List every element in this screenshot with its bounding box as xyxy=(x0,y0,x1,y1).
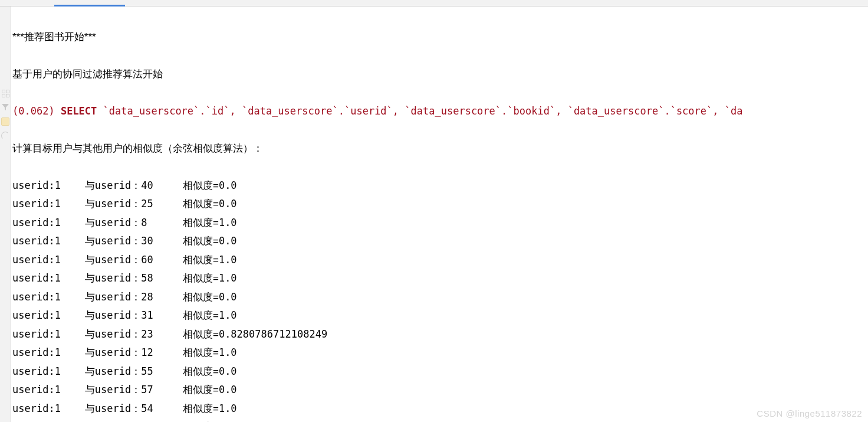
similarity-row: userid:1 与userid：52 相似度=0.0 xyxy=(12,418,867,422)
row-sim-label: 相似度= xyxy=(183,180,219,191)
row-other-userid: 54 xyxy=(141,400,165,418)
row-other-userid: 55 xyxy=(141,362,165,381)
row-uid-join: userid:1 与userid： xyxy=(12,325,141,344)
row-sim-value: 1.0 xyxy=(219,403,237,414)
row-sim-value: 0.0 xyxy=(219,179,237,191)
similarity-row: userid:1 与userid：8 相似度=1.0 xyxy=(12,214,867,233)
row-sim-value: 1.0 xyxy=(219,309,237,321)
row-uid-join: userid:1 与userid： xyxy=(12,362,141,381)
row-sim-label: 相似度= xyxy=(183,235,219,247)
row-other-userid: 28 xyxy=(141,288,165,307)
row-uid-join: userid:1 与userid： xyxy=(12,344,141,362)
row-uid-join: userid:1 与userid： xyxy=(12,418,141,422)
calc-title-line: 计算目标用户与其他用户的相似度（余弦相似度算法）： xyxy=(12,143,263,154)
similarity-row: userid:1 与userid：12 相似度=1.0 xyxy=(12,344,867,362)
row-other-userid: 60 xyxy=(141,251,165,270)
top-toolbar xyxy=(0,0,868,6)
banner-line: ***推荐图书开始*** xyxy=(12,31,96,42)
row-other-userid: 57 xyxy=(141,381,165,400)
row-sim-value: 1.0 xyxy=(219,346,237,358)
sql-columns: `data_userscore`.`id`, `data_userscore`.… xyxy=(97,105,742,117)
console-output[interactable]: ***推荐图书开始*** 基于用户的协同过滤推荐算法开始 (0.062) SEL… xyxy=(11,6,868,422)
row-sim-value: 0.0 xyxy=(219,198,237,210)
similarity-row: userid:1 与userid：31 相似度=1.0 xyxy=(12,306,867,325)
row-sim-value: 1.0 xyxy=(219,272,237,284)
row-uid-join: userid:1 与userid： xyxy=(12,381,141,400)
similarity-row: userid:1 与userid：30 相似度=0.0 xyxy=(12,232,867,251)
similarity-row: userid:1 与userid：57 相似度=0.0 xyxy=(12,381,867,400)
row-other-userid: 52 xyxy=(141,418,165,422)
similarity-row: userid:1 与userid：55 相似度=0.0 xyxy=(12,362,867,381)
similarity-row: userid:1 与userid：40 相似度=0.0 xyxy=(12,176,867,195)
row-sim-label: 相似度= xyxy=(183,384,219,395)
algo-start-line: 基于用户的协同过滤推荐算法开始 xyxy=(12,68,163,80)
similarity-row: userid:1 与userid：25 相似度=0.0 xyxy=(12,195,867,214)
filter-icon[interactable] xyxy=(1,103,9,112)
row-sim-label: 相似度= xyxy=(183,310,219,321)
row-sim-label: 相似度= xyxy=(183,329,219,340)
sql-line: (0.062) SELECT `data_userscore`.`id`, `d… xyxy=(12,102,867,121)
row-uid-join: userid:1 与userid： xyxy=(12,232,141,251)
sql-select-keyword: SELECT xyxy=(61,105,97,117)
row-sim-value: 0.0 xyxy=(219,235,237,247)
row-uid-join: userid:1 与userid： xyxy=(12,400,141,418)
row-other-userid: 12 xyxy=(141,344,165,362)
row-uid-join: userid:1 与userid： xyxy=(12,176,141,195)
row-uid-join: userid:1 与userid： xyxy=(12,251,141,270)
similarity-row: userid:1 与userid：60 相似度=1.0 xyxy=(12,251,867,270)
restart-icon[interactable] xyxy=(1,132,9,140)
row-other-userid: 23 xyxy=(141,325,165,344)
row-sim-label: 相似度= xyxy=(183,292,219,303)
row-other-userid: 40 xyxy=(141,176,165,195)
row-other-userid: 58 xyxy=(141,269,165,288)
row-sim-label: 相似度= xyxy=(183,347,219,358)
gutter xyxy=(0,6,11,422)
similarity-row: userid:1 与userid：23 相似度=0.82807867121082… xyxy=(12,325,867,344)
highlight-icon[interactable] xyxy=(1,117,9,126)
row-uid-join: userid:1 与userid： xyxy=(12,288,141,307)
row-sim-label: 相似度= xyxy=(183,366,219,377)
similarity-row: userid:1 与userid：28 相似度=0.0 xyxy=(12,288,867,307)
row-sim-value: 1.0 xyxy=(219,254,237,266)
row-sim-label: 相似度= xyxy=(183,198,219,210)
row-sim-value: 0.0 xyxy=(219,384,237,395)
row-sim-value: 0.0 xyxy=(219,291,237,303)
row-sim-value: 1.0 xyxy=(219,217,237,228)
row-other-userid: 31 xyxy=(141,306,165,325)
similarity-row: userid:1 与userid：58 相似度=1.0 xyxy=(12,269,867,288)
layout-icon[interactable] xyxy=(1,89,9,97)
row-sim-value: 0.0 xyxy=(219,365,237,377)
row-sim-label: 相似度= xyxy=(183,217,219,228)
main-area: ***推荐图书开始*** 基于用户的协同过滤推荐算法开始 (0.062) SEL… xyxy=(0,6,868,422)
row-sim-label: 相似度= xyxy=(183,254,219,266)
console-text: ***推荐图书开始*** 基于用户的协同过滤推荐算法开始 (0.062) SEL… xyxy=(11,6,868,422)
row-sim-label: 相似度= xyxy=(183,273,219,284)
row-sim-label: 相似度= xyxy=(183,403,219,414)
row-uid-join: userid:1 与userid： xyxy=(12,195,141,214)
sql-time: (0.062) xyxy=(12,105,55,117)
row-other-userid: 25 xyxy=(141,195,165,214)
row-uid-join: userid:1 与userid： xyxy=(12,306,141,325)
row-sim-value: 0.8280786712108249 xyxy=(219,328,327,340)
row-other-userid: 30 xyxy=(141,232,165,251)
row-uid-join: userid:1 与userid： xyxy=(12,269,141,288)
row-other-userid: 8 xyxy=(141,214,165,233)
similarity-row: userid:1 与userid：54 相似度=1.0 xyxy=(12,400,867,418)
similarity-rows: userid:1 与userid：40 相似度=0.0userid:1 与use… xyxy=(12,176,867,423)
row-uid-join: userid:1 与userid： xyxy=(12,214,141,233)
